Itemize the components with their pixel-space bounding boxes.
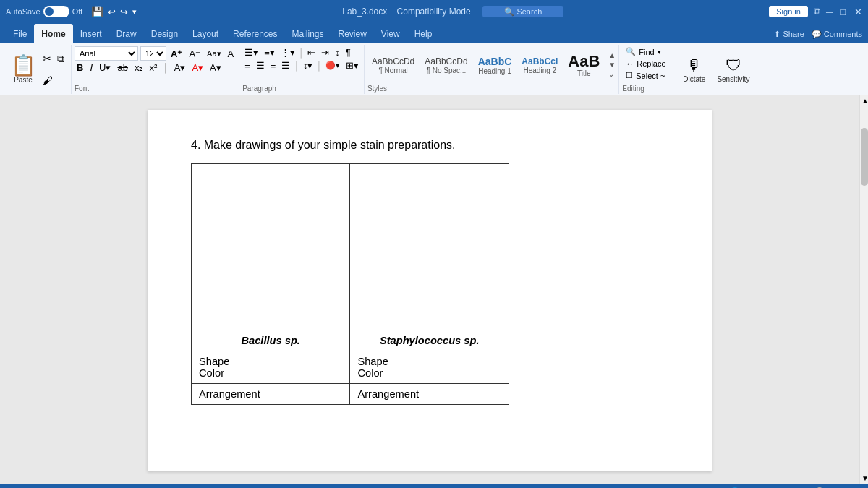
clipboard-group: 📋 Paste ✂ ⧉ 🖌 Clipboard (3, 45, 72, 94)
decrease-indent-button[interactable]: ⇤ (305, 46, 318, 59)
align-left-button[interactable]: ≡ (242, 59, 252, 72)
style-normal[interactable]: AaBbCcDd ¶ Normal (367, 55, 419, 76)
font-name-select[interactable]: Arial (75, 46, 138, 61)
font-color-button[interactable]: A▾ (190, 61, 205, 74)
style-title-preview: AaB (568, 53, 600, 69)
tab-references[interactable]: References (226, 24, 284, 44)
style-down-button[interactable]: ▼ (608, 61, 616, 69)
scroll-thumb[interactable] (861, 128, 868, 186)
share-label: Share (783, 30, 804, 38)
autosave-toggle[interactable] (43, 6, 69, 17)
redo-icon[interactable]: ↪ (120, 7, 128, 17)
line-spacing-button[interactable]: ↕▾ (301, 59, 315, 72)
window-restore-icon[interactable]: ⧉ (814, 6, 820, 17)
title-search-box[interactable]: 🔍 Search (482, 6, 563, 17)
find-button[interactable]: 🔍 Find ▾ (624, 46, 673, 57)
superscript-button[interactable]: x² (147, 61, 159, 74)
scroll-up-button[interactable]: ▲ (860, 95, 868, 106)
tab-draw[interactable]: Draw (109, 24, 144, 44)
number-list-button[interactable]: ≡▾ (262, 46, 277, 59)
tab-file[interactable]: File (6, 24, 34, 44)
autosave-area[interactable]: AutoSave Off (6, 6, 82, 17)
bullet-list-button[interactable]: ☰▾ (242, 46, 260, 59)
style-expand-button[interactable]: ⌄ (608, 70, 616, 79)
signin-button[interactable]: Sign in (769, 6, 808, 17)
tab-mailings[interactable]: Mailings (284, 24, 331, 44)
title-bar-center: Lab_3.docx – Compatibility Mode 🔍 Search (137, 7, 769, 17)
arrangement-col1: Arrangement (192, 384, 350, 405)
autosave-state: Off (72, 7, 82, 16)
cut-button[interactable]: ✂ (41, 52, 54, 65)
scroll-down-button[interactable]: ▼ (860, 473, 868, 484)
style-heading1[interactable]: AaBbC Heading 1 (474, 54, 516, 77)
underline-button[interactable]: U▾ (97, 61, 113, 74)
share-button[interactable]: ⬆ Share (774, 30, 804, 39)
drawing-cell-bacillus[interactable] (192, 164, 350, 330)
tab-home[interactable]: Home (34, 24, 72, 44)
style-title-label: Title (577, 69, 591, 77)
tab-review[interactable]: Review (331, 24, 374, 44)
align-right-button[interactable]: ≡ (268, 59, 278, 72)
style-heading1-label: Heading 1 (478, 67, 511, 75)
font-size-select[interactable]: 12 (140, 46, 166, 61)
font-grow-button[interactable]: A⁺ (169, 48, 184, 60)
style-heading1-preview: AaBbC (478, 56, 512, 67)
font-color-divider: │ (163, 63, 169, 73)
show-marks-button[interactable]: ¶ (344, 46, 353, 59)
paste-button[interactable]: 📋 Paste (7, 48, 39, 91)
tab-help[interactable]: Help (407, 24, 440, 44)
sensitivity-button[interactable]: 🛡 Sensitivity (717, 56, 749, 83)
bacteria-table: Bacillus sp. Staphylococcus sp. Shape Co… (191, 163, 509, 405)
border-button[interactable]: ⊞▾ (344, 59, 361, 72)
justify-button[interactable]: ☰ (279, 59, 292, 72)
voice-group: 🎙 Dictate (677, 45, 711, 94)
maximize-icon[interactable]: □ (840, 7, 846, 17)
align-center-button[interactable]: ☰ (254, 59, 267, 72)
dictate-icon: 🎙 (686, 56, 702, 75)
share-icon: ⬆ (774, 30, 780, 39)
style-title[interactable]: AaB Title (563, 52, 604, 79)
document-area: ▲ ▼ 4. Make drawings of your simple stai… (0, 95, 868, 484)
highlight-button[interactable]: A▾ (172, 61, 188, 74)
copy-button[interactable]: ⧉ (55, 52, 67, 66)
style-no-spacing[interactable]: AaBbCcDd ¶ No Spac... (420, 55, 472, 76)
shape-label-col1: Shape (199, 356, 342, 367)
minimize-icon[interactable]: ─ (826, 7, 833, 17)
bold-button[interactable]: B (75, 61, 85, 74)
style-heading2[interactable]: AaBbCcI Heading 2 (517, 55, 562, 76)
sort-button[interactable]: ↕ (333, 46, 342, 59)
clear-format-button[interactable]: A (226, 48, 237, 60)
vertical-scrollbar[interactable]: ▲ ▼ (859, 95, 868, 484)
undo-icon[interactable]: ↩ (108, 7, 116, 17)
multilevel-list-button[interactable]: ⋮▾ (278, 46, 297, 59)
shape-col1: Shape Color (192, 351, 350, 384)
sensitivity-icon: 🛡 (726, 56, 741, 75)
subscript-button[interactable]: x₂ (132, 61, 145, 74)
arrangement-row: Arrangement Arrangement (192, 384, 509, 405)
increase-indent-button[interactable]: ⇥ (319, 46, 331, 59)
comments-button[interactable]: 💬 Comments (812, 30, 862, 39)
font-case-button[interactable]: Aa▾ (205, 48, 223, 59)
dictate-button[interactable]: 🎙 Dictate (683, 56, 705, 83)
save-icon[interactable]: 💾 (91, 6, 103, 17)
format-painter-button[interactable]: 🖌 (41, 74, 55, 87)
strikethrough-button[interactable]: ab (115, 61, 129, 74)
style-up-button[interactable]: ▲ (608, 51, 616, 60)
italic-button[interactable]: I (88, 61, 95, 74)
font-underline-color-button[interactable]: A▾ (208, 61, 224, 74)
close-icon[interactable]: ✕ (854, 7, 862, 17)
font-shrink-button[interactable]: A⁻ (187, 48, 203, 60)
header-col1: Bacillus sp. (192, 330, 350, 351)
shading-button[interactable]: 🔴▾ (323, 60, 342, 71)
tab-layout[interactable]: Layout (185, 24, 226, 44)
tab-design[interactable]: Design (144, 24, 185, 44)
tab-insert[interactable]: Insert (73, 24, 109, 44)
drawing-cell-staph[interactable] (350, 164, 509, 330)
replace-button[interactable]: ↔ Replace (624, 59, 673, 69)
ribbon-content: 📋 Paste ✂ ⧉ 🖌 Clipboard Arial 12 A⁺ A⁻ A… (0, 43, 868, 95)
font-label: Font (75, 85, 89, 93)
shape-color-row: Shape Color Shape Color (192, 351, 509, 384)
color-label-col2: Color (357, 367, 501, 379)
tab-view[interactable]: View (374, 24, 407, 44)
select-button[interactable]: ☐ Select ~ (624, 70, 673, 81)
